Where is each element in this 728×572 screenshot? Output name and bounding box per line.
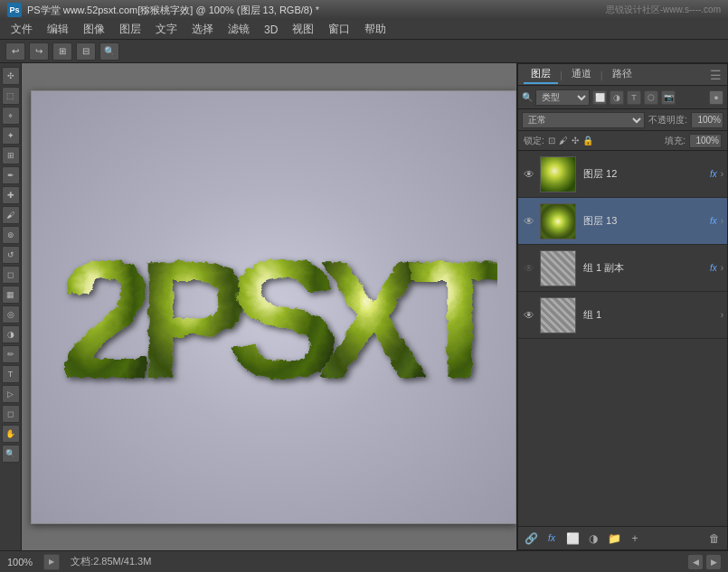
layer-name-12: 图层 12 <box>583 167 706 181</box>
title-bar: Ps PS学堂 www.52psxt.com[猕猴桃字效] @ 100% (图层… <box>0 0 728 20</box>
opacity-label: 不透明度: <box>648 114 687 127</box>
layers-mask-icon[interactable]: ⬜ <box>563 530 581 548</box>
toolbar-btn-3[interactable]: ⊞ <box>52 42 72 61</box>
tab-channels[interactable]: 通道 <box>564 65 599 84</box>
layers-filter-bar: 🔍 类型 名称 效果 模式 属性 颜色 ⬜ ◑ T ⬡ 📷 ● <box>518 86 727 109</box>
tool-heal[interactable]: ✚ <box>2 186 20 204</box>
kiwi-text-svg: 2 P S X T <box>50 172 497 443</box>
status-next-btn[interactable]: ▶ <box>706 555 721 569</box>
layer-visibility-12[interactable]: 👁 <box>522 167 536 182</box>
tool-type[interactable]: T <box>2 365 20 383</box>
filter-search-icon: 🔍 <box>522 92 533 102</box>
tool-shape[interactable]: ◻ <box>2 405 20 423</box>
menu-file[interactable]: 文件 <box>4 20 40 39</box>
filter-type-dropdown[interactable]: 类型 名称 效果 模式 属性 颜色 <box>535 89 590 106</box>
filter-btn-smart[interactable]: 📷 <box>661 90 676 105</box>
layers-new-icon[interactable]: + <box>626 530 644 548</box>
layer-visibility-group1copy[interactable]: 👁 <box>522 261 536 276</box>
layers-list: 👁 图层 12 fx › 👁 <box>518 151 727 526</box>
tool-brush[interactable]: 🖌 <box>2 206 20 224</box>
menu-image[interactable]: 图像 <box>76 20 112 39</box>
toolbar-btn-2[interactable]: ↪ <box>29 42 49 61</box>
layers-fx-icon[interactable]: fx <box>543 530 561 548</box>
layer-name-group1: 组 1 <box>583 308 717 322</box>
tool-move[interactable]: ✣ <box>2 67 20 85</box>
blend-mode-dropdown[interactable]: 正常 溶解 正片叠底 滤色 叠加 <box>522 112 645 128</box>
lock-label: 锁定: <box>524 135 544 147</box>
tool-history[interactable]: ↺ <box>2 246 20 264</box>
filter-btn-shape[interactable]: ⬡ <box>644 90 658 105</box>
main-area: ✣ ⬚ ⌖ ✦ ⊞ ✒ ✚ 🖌 ⊚ ↺ ◻ ▦ ◎ ◑ ✏ T ▷ ◻ ✋ 🔍 <box>0 63 728 550</box>
filter-btn-type[interactable]: T <box>627 90 641 105</box>
lock-position-icon[interactable]: ✣ <box>572 136 579 145</box>
layer-row-group1[interactable]: 👁 组 1 › <box>518 292 727 339</box>
layer-expand-13[interactable]: › <box>721 216 723 226</box>
menu-type[interactable]: 文字 <box>148 20 184 39</box>
tool-eraser[interactable]: ◻ <box>2 266 20 284</box>
tool-wand[interactable]: ✦ <box>2 127 20 145</box>
thumb-kiwi-12 <box>541 157 575 192</box>
status-prev-btn[interactable]: ◀ <box>688 555 703 569</box>
layer-row-group1copy[interactable]: 👁 组 1 副本 fx › <box>518 245 727 292</box>
panel-menu-icon[interactable]: ☰ <box>710 68 722 82</box>
layer-thumbnail-group1 <box>540 297 576 333</box>
tool-lasso[interactable]: ⌖ <box>2 107 20 125</box>
tool-stamp[interactable]: ⊚ <box>2 226 20 244</box>
tool-crop[interactable]: ⊞ <box>2 146 20 164</box>
tab-layers[interactable]: 图层 <box>524 65 558 84</box>
layer-expand-group1copy[interactable]: › <box>721 263 723 273</box>
tool-blur[interactable]: ◎ <box>2 305 20 324</box>
layer-expand-12[interactable]: › <box>721 169 723 179</box>
fill-input[interactable] <box>689 134 722 148</box>
tab-paths[interactable]: 路径 <box>605 65 639 84</box>
layer-name-group1copy: 组 1 副本 <box>583 261 706 275</box>
menu-edit[interactable]: 编辑 <box>40 20 76 39</box>
filter-toggle[interactable]: ● <box>709 90 723 105</box>
layer-row-12[interactable]: 👁 图层 12 fx › <box>518 151 727 198</box>
menu-3d[interactable]: 3D <box>257 20 285 39</box>
lock-transparent-icon[interactable]: ⊡ <box>548 136 555 145</box>
kiwi-text-display: 2 P S X T <box>32 154 515 461</box>
lock-all-icon[interactable]: 🔒 <box>582 136 593 145</box>
menu-filter[interactable]: 滤镜 <box>221 20 257 39</box>
zoom-level: 100% <box>7 557 33 567</box>
layers-bottom-bar: 🔗 fx ⬜ ◑ 📁 + 🗑 <box>518 526 727 549</box>
layer-row-13[interactable]: 👁 图层 13 fx › <box>518 198 727 245</box>
menu-view[interactable]: 视图 <box>285 20 321 39</box>
tool-zoom[interactable]: 🔍 <box>2 445 20 463</box>
layers-delete-icon[interactable]: 🗑 <box>705 530 723 548</box>
toolbar-btn-1[interactable]: ↩ <box>5 42 25 61</box>
watermark-text: 思锐设计社区-www.s----.com <box>606 4 721 16</box>
title-text: PS学堂 www.52psxt.com[猕猴桃字效] @ 100% (图层 13… <box>27 4 319 17</box>
tool-pen[interactable]: ✏ <box>2 345 20 363</box>
menu-help[interactable]: 帮助 <box>357 20 393 39</box>
menu-select[interactable]: 选择 <box>184 20 221 39</box>
filter-btn-adjust[interactable]: ◑ <box>610 90 624 105</box>
toolbar-btn-4[interactable]: ⊟ <box>76 42 96 61</box>
opacity-input[interactable] <box>691 112 723 128</box>
lock-image-icon[interactable]: 🖌 <box>559 136 568 145</box>
layer-expand-group1[interactable]: › <box>721 310 723 320</box>
tool-select[interactable]: ⬚ <box>2 87 20 105</box>
menu-layer[interactable]: 图层 <box>112 20 148 39</box>
tool-dodge[interactable]: ◑ <box>2 325 20 343</box>
layers-group-icon[interactable]: 📁 <box>605 530 623 548</box>
filter-btn-pixel[interactable]: ⬜ <box>592 90 607 105</box>
zoom-increment-btn[interactable]: ▶ <box>43 554 60 570</box>
tool-eyedrop[interactable]: ✒ <box>2 166 20 184</box>
toolbar-btn-5[interactable]: 🔍 <box>99 42 119 61</box>
layers-blend-bar: 正常 溶解 正片叠底 滤色 叠加 不透明度: <box>518 109 727 131</box>
toolbar: ↩ ↪ ⊞ ⊟ 🔍 <box>0 40 728 63</box>
layer-visibility-group1[interactable]: 👁 <box>522 308 536 323</box>
layer-name-13: 图层 13 <box>583 214 706 228</box>
menu-window[interactable]: 窗口 <box>321 20 357 39</box>
tool-hand[interactable]: ✋ <box>2 425 20 443</box>
layers-adjust-icon[interactable]: ◑ <box>584 530 602 548</box>
layer-visibility-13[interactable]: 👁 <box>522 214 536 229</box>
thumb-group-1 <box>541 298 575 333</box>
tool-gradient[interactable]: ▦ <box>2 286 20 304</box>
fill-label: 填充: <box>665 135 685 147</box>
tool-path[interactable]: ▷ <box>2 385 20 403</box>
layers-link-icon[interactable]: 🔗 <box>522 530 540 548</box>
panel-tabs-header: 图层 | 通道 | 路径 ☰ <box>518 64 727 86</box>
